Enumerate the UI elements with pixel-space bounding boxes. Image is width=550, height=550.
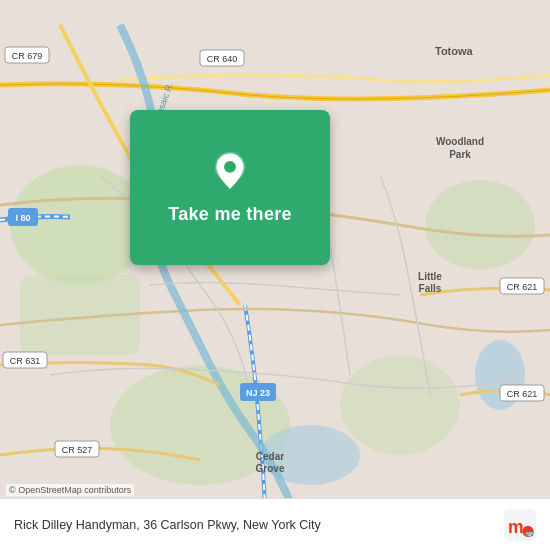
svg-text:Falls: Falls (419, 283, 442, 294)
svg-text:Little: Little (418, 271, 442, 282)
svg-text:CR 631: CR 631 (10, 356, 41, 366)
moovit-logo-icon: m 🚌 (504, 509, 536, 541)
svg-text:CR 679: CR 679 (12, 51, 43, 61)
svg-text:NJ 23: NJ 23 (246, 388, 270, 398)
svg-text:CR 621: CR 621 (507, 389, 538, 399)
svg-text:Totowa: Totowa (435, 45, 474, 57)
svg-text:Park: Park (449, 149, 471, 160)
moovit-logo: m 🚌 (504, 509, 536, 541)
map-container: CR 679 CR 640 Totowa Woodland Park Littl… (0, 0, 550, 550)
map-background: CR 679 CR 640 Totowa Woodland Park Littl… (0, 0, 550, 550)
svg-text:Woodland: Woodland (436, 136, 484, 147)
osm-attribution: © OpenStreetMap contributors (6, 484, 134, 496)
svg-text:I 80: I 80 (15, 213, 30, 223)
location-card[interactable]: Take me there (130, 110, 330, 265)
svg-point-4 (425, 180, 535, 270)
svg-text:CR 527: CR 527 (62, 445, 93, 455)
svg-point-34 (224, 161, 236, 173)
address-text: Rick Dilley Handyman, 36 Carlson Pkwy, N… (14, 518, 504, 532)
svg-text:Cedar: Cedar (256, 451, 284, 462)
svg-text:m: m (508, 517, 524, 537)
svg-text:🚌: 🚌 (525, 527, 534, 536)
svg-point-3 (340, 355, 460, 455)
bottom-bar: Rick Dilley Handyman, 36 Carlson Pkwy, N… (0, 498, 550, 550)
svg-text:Grove: Grove (256, 463, 285, 474)
take-me-there-button[interactable]: Take me there (168, 204, 292, 225)
location-pin-icon (208, 150, 252, 194)
svg-text:CR 621: CR 621 (507, 282, 538, 292)
svg-text:CR 640: CR 640 (207, 54, 238, 64)
